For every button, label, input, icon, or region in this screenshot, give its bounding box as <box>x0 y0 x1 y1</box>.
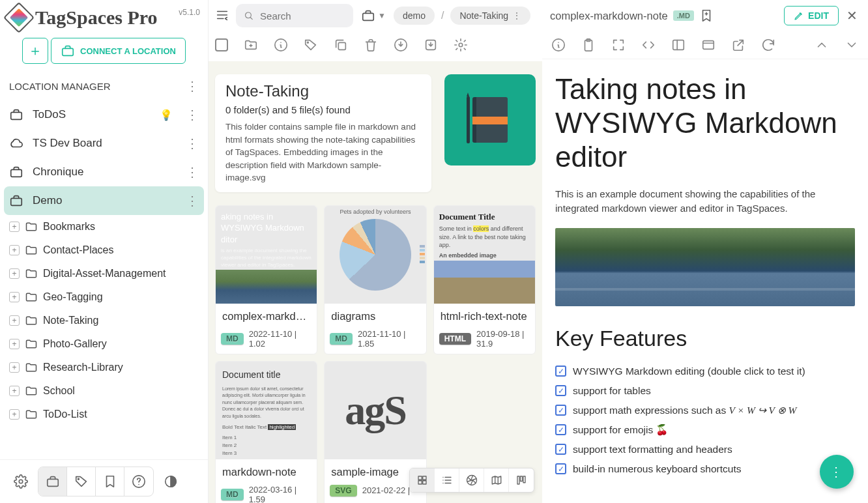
svg-rect-22 <box>517 476 519 484</box>
location-manager-menu[interactable]: ⋮ <box>186 78 199 94</box>
view-map-button[interactable] <box>484 468 509 492</box>
expand-icon[interactable]: + <box>9 315 20 326</box>
new-button[interactable]: ＋ <box>22 38 48 64</box>
edit-button[interactable]: EDIT <box>784 6 839 25</box>
bookmark-toggle[interactable] <box>699 8 714 23</box>
breadcrumb-current[interactable]: Note-Taking⋮ <box>450 7 530 25</box>
code-button[interactable] <box>641 38 656 52</box>
view-list-button[interactable] <box>435 468 459 492</box>
tree-item[interactable]: +School <box>0 379 208 403</box>
toggle-sidebar-button[interactable] <box>215 8 231 23</box>
tree-item[interactable]: +Photo-Gallery <box>0 332 208 356</box>
expand-icon[interactable]: + <box>9 268 20 279</box>
location-label: ToDoS <box>33 108 66 121</box>
file-card[interactable]: Pets adopted by volunteersdiagramsMD2021… <box>324 205 426 354</box>
tree-item[interactable]: +Research-Library <box>0 356 208 379</box>
menu-collapse-icon <box>215 8 229 22</box>
tree-label: School <box>43 385 75 397</box>
folder-icon <box>25 291 38 304</box>
location-item-menu[interactable]: ⋮ <box>186 193 199 208</box>
file-name: html-rich-text-note <box>434 304 535 325</box>
file-ext-badge: MD <box>221 489 244 500</box>
expand-icon[interactable]: + <box>9 245 20 255</box>
tree-item[interactable]: +Digital-Asset-Management <box>0 262 208 285</box>
location-list: ToDoS💡⋮TS Dev Board⋮Chronique⋮Demo⋮+Book… <box>0 100 208 459</box>
checkbox-checked-icon[interactable]: ✓ <box>555 444 566 455</box>
expand-icon[interactable]: + <box>9 292 20 302</box>
copy-button[interactable] <box>334 38 348 52</box>
external-button[interactable] <box>731 38 745 52</box>
chevron-down-button[interactable] <box>845 38 859 52</box>
breadcrumb-menu-icon[interactable]: ⋮ <box>512 10 521 21</box>
view-grid-button[interactable] <box>410 468 435 492</box>
expand-icon[interactable]: + <box>9 409 20 420</box>
settings-button[interactable] <box>7 467 35 496</box>
help-button[interactable] <box>124 467 153 496</box>
checklist-item: ✓build-in numerous keyboard shortcuts <box>555 463 855 475</box>
reload-button[interactable] <box>761 38 775 52</box>
checkbox-checked-icon[interactable]: ✓ <box>555 463 566 474</box>
folder-icon <box>25 338 38 351</box>
breadcrumb-root[interactable]: demo <box>394 7 435 25</box>
location-item[interactable]: TS Dev Board⋮ <box>0 129 208 158</box>
search-input[interactable] <box>260 10 345 22</box>
split-left-button[interactable] <box>671 38 686 52</box>
checklist: ✓WYSIWYG Markdown editing (double click … <box>555 366 855 475</box>
new-folder-button[interactable] <box>244 38 258 52</box>
logo-bar: TagSpaces Pro v5.1.0 <box>0 0 208 33</box>
location-item[interactable]: Demo⋮ <box>4 186 204 215</box>
checkbox-checked-icon[interactable]: ✓ <box>555 424 566 435</box>
tree-item[interactable]: +Contact-Places <box>0 238 208 262</box>
view-bookmarks-button[interactable] <box>96 467 124 496</box>
checkbox-checked-icon[interactable]: ✓ <box>555 405 566 416</box>
view-kanban-button[interactable] <box>509 468 534 492</box>
connect-location-button[interactable]: CONNECT A LOCATION <box>51 38 186 64</box>
fullscreen-button[interactable] <box>611 38 626 52</box>
file-card[interactable]: aking notes in WYSIWYG Markdown ditoris … <box>215 205 317 354</box>
tree-item[interactable]: +Geo-Tagging <box>0 285 208 309</box>
location-item-menu[interactable]: ⋮ <box>186 107 199 122</box>
open-window-button[interactable] <box>701 38 716 52</box>
info-button[interactable] <box>551 38 566 52</box>
briefcase-icon <box>9 165 23 179</box>
view-gallery-button[interactable] <box>459 468 484 492</box>
preview-content: Taking notes in WYSIWYG Markdown editor … <box>542 59 868 503</box>
tree-item[interactable]: +Note-Taking <box>0 309 208 332</box>
delete-button[interactable] <box>364 38 378 52</box>
location-item[interactable]: ToDoS💡⋮ <box>0 100 208 129</box>
expand-icon[interactable]: + <box>9 362 20 373</box>
close-preview-button[interactable]: ✕ <box>844 5 860 26</box>
location-item-menu[interactable]: ⋮ <box>186 136 199 151</box>
folder-icon <box>25 408 38 421</box>
view-locations-button[interactable] <box>38 467 67 496</box>
checklist-item: ✓WYSIWYG Markdown editing (double click … <box>555 366 855 377</box>
location-item[interactable]: Chronique⋮ <box>0 158 208 186</box>
expand-icon[interactable]: + <box>9 386 20 396</box>
file-grid: aking notes in WYSIWYG Markdown ditoris … <box>215 205 536 503</box>
file-card[interactable]: Document TitleSome text in colors and di… <box>433 205 536 354</box>
tag-button[interactable] <box>304 38 318 52</box>
properties-button[interactable] <box>274 38 288 52</box>
theme-toggle-button[interactable] <box>156 467 185 496</box>
folder-thumbnail <box>444 74 536 165</box>
fab-button[interactable]: ⋮ <box>820 455 854 489</box>
tree-item[interactable]: +ToDo-List <box>0 403 208 426</box>
import-button[interactable] <box>424 38 438 52</box>
folder-settings-button[interactable] <box>454 38 468 52</box>
view-tags-button[interactable] <box>67 467 96 496</box>
file-card[interactable]: Document titleLorem ipsum dolor sit amet… <box>215 361 317 503</box>
clipboard-button[interactable] <box>581 38 596 52</box>
search-box[interactable] <box>236 4 353 27</box>
chevron-up-button[interactable] <box>815 38 829 52</box>
tree-item[interactable]: +Bookmarks <box>0 215 208 238</box>
expand-icon[interactable]: + <box>9 339 20 349</box>
folder-toolbar <box>209 31 542 61</box>
checkbox-checked-icon[interactable]: ✓ <box>555 385 566 396</box>
location-dropdown[interactable]: ▼ <box>358 8 388 23</box>
select-all-checkbox[interactable] <box>215 38 228 51</box>
checkbox-checked-icon[interactable]: ✓ <box>555 366 566 377</box>
location-item-menu[interactable]: ⋮ <box>186 164 199 180</box>
file-thumbnail: Pets adopted by volunteers <box>325 206 426 304</box>
download-button[interactable] <box>394 38 408 52</box>
expand-icon[interactable]: + <box>9 222 20 232</box>
